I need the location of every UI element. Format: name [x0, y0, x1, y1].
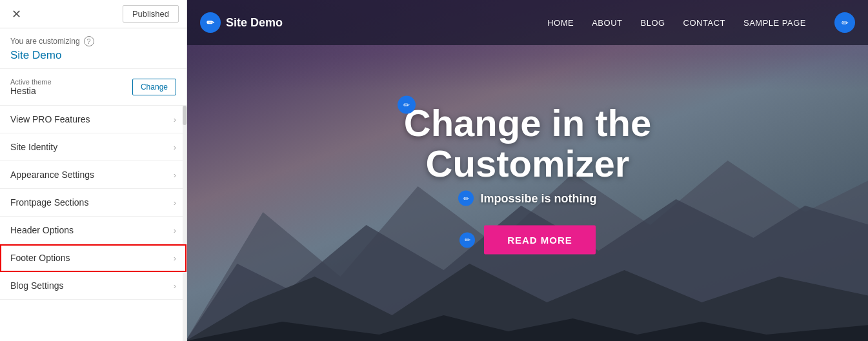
nav-home[interactable]: HOME [547, 18, 574, 28]
sidebar-item-label: Site Identity [10, 142, 57, 152]
chevron-right-icon: › [174, 198, 176, 208]
nav-sample-page[interactable]: SAMPLE PAGE [743, 18, 806, 28]
sidebar-item-frontpage-sections[interactable]: Frontpage Sections › [0, 189, 187, 217]
chevron-right-icon: › [174, 226, 176, 235]
customizing-label: You are customizing ? [10, 36, 176, 46]
theme-name: Hestia [10, 86, 52, 96]
theme-label: Active theme [10, 78, 52, 86]
sidebar-item-label: Footer Options [10, 253, 70, 263]
sidebar-item-header-options[interactable]: Header Options › [0, 217, 187, 244]
logo-edit-icon[interactable]: ✏ [200, 12, 221, 33]
help-icon[interactable]: ? [84, 36, 94, 46]
sidebar-item-label: Header Options [10, 225, 74, 235]
sidebar-item-appearance-settings[interactable]: Appearance Settings › [0, 161, 187, 189]
site-preview: ✏ Site Demo HOME ABOUT BLOG CONTACT SAMP… [187, 0, 868, 341]
sidebar-theme-section: Active theme Hestia Change [0, 69, 187, 106]
hero-button-wrapper: ✏ READ MORE [302, 226, 754, 255]
site-preview-area: ✏ Site Demo HOME ABOUT BLOG CONTACT SAMP… [187, 0, 868, 341]
site-logo: ✏ Site Demo [200, 12, 283, 33]
sidebar-item-label: View PRO Features [10, 114, 90, 124]
nav-links: HOME ABOUT BLOG CONTACT SAMPLE PAGE ✏ [547, 12, 855, 33]
sidebar-item-site-identity[interactable]: Site Identity › [0, 133, 187, 161]
theme-info: Active theme Hestia [10, 78, 52, 96]
sidebar-item-blog-settings[interactable]: Blog Settings › [0, 272, 187, 300]
sidebar-item-footer-options[interactable]: Footer Options › [0, 244, 187, 272]
nav-about[interactable]: ABOUT [592, 18, 622, 28]
published-button[interactable]: Published [123, 5, 179, 23]
change-theme-button[interactable]: Change [132, 79, 176, 95]
close-button[interactable]: ✕ [8, 6, 25, 23]
hero-btn-edit-icon[interactable]: ✏ [459, 232, 475, 248]
sidebar-item-label: Appearance Settings [10, 170, 94, 180]
chevron-right-icon: › [174, 281, 176, 291]
site-nav: ✏ Site Demo HOME ABOUT BLOG CONTACT SAMP… [187, 0, 868, 45]
hero-title: Change in theCustomizer [404, 102, 651, 184]
sidebar-item-label: Blog Settings [10, 280, 64, 291]
hero-subtitle: Impossibe is nothing [480, 191, 596, 205]
chevron-right-icon: › [174, 253, 176, 263]
read-more-button[interactable]: READ MORE [484, 226, 596, 255]
site-logo-name: Site Demo [226, 16, 283, 30]
sidebar-info: You are customizing ? Site Demo [0, 28, 187, 69]
chevron-right-icon: › [174, 115, 176, 124]
sidebar-menu: View PRO Features › Site Identity › Appe… [0, 106, 187, 341]
customizing-text: You are customizing [10, 37, 80, 46]
chevron-right-icon: › [174, 142, 176, 152]
sidebar-item-pro-features[interactable]: View PRO Features › [0, 106, 187, 133]
site-name-label: Site Demo [10, 49, 176, 62]
sidebar-header: ✕ Published [0, 0, 187, 28]
sidebar: ✕ Published You are customizing ? Site D… [0, 0, 187, 341]
hero-content: ✏ Change in theCustomizer ✏ Impossibe is… [302, 102, 754, 255]
nav-blog[interactable]: BLOG [640, 18, 665, 28]
nav-edit-button[interactable]: ✏ [834, 12, 855, 33]
chevron-right-icon: › [174, 170, 176, 180]
hero-subtitle-edit-icon[interactable]: ✏ [458, 191, 474, 206]
hero-subtitle-wrapper: ✏ Impossibe is nothing [302, 191, 754, 206]
sidebar-item-label: Frontpage Sections [10, 197, 88, 208]
nav-contact[interactable]: CONTACT [683, 18, 725, 28]
